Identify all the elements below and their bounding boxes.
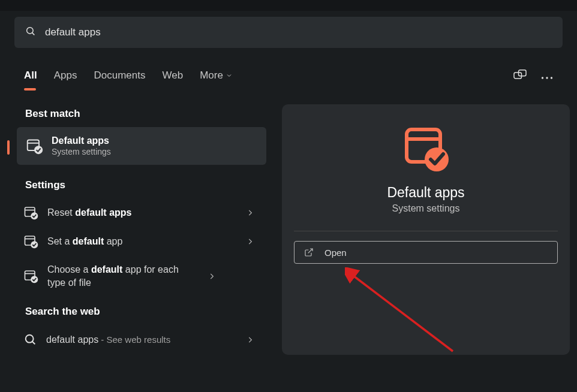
tab-actions xyxy=(513,70,553,84)
more-icon[interactable] xyxy=(541,71,553,82)
chevron-right-icon xyxy=(208,272,216,281)
search-icon xyxy=(24,333,37,346)
default-apps-icon xyxy=(26,138,43,155)
results-column: Best match Default apps System settings … xyxy=(7,104,275,355)
search-web-header: Search the web xyxy=(25,306,275,318)
setting-text: Reset default apps xyxy=(47,206,237,219)
tab-documents[interactable]: Documents xyxy=(94,70,145,84)
detail-divider xyxy=(294,231,558,231)
chevron-right-icon xyxy=(246,336,254,344)
svg-line-24 xyxy=(308,249,312,253)
best-match-item[interactable]: Default apps System settings xyxy=(17,127,266,165)
svg-line-1 xyxy=(32,33,35,35)
svg-line-20 xyxy=(32,342,35,345)
web-result-item[interactable]: default apps - See web results xyxy=(24,325,275,355)
best-match-subtitle: System settings xyxy=(52,147,111,156)
svg-point-5 xyxy=(546,77,548,79)
svg-rect-2 xyxy=(514,73,522,79)
setting-text: Choose a default app for each type of fi… xyxy=(47,263,199,289)
best-match-text: Default apps System settings xyxy=(52,135,111,156)
detail-title: Default apps xyxy=(387,185,464,201)
detail-pane: Default apps System settings Open xyxy=(282,104,570,355)
best-match-title: Default apps xyxy=(52,135,111,146)
web-result-text: default apps - See web results xyxy=(46,333,237,346)
tab-more-label: More xyxy=(200,70,223,82)
setting-text: Set a default app xyxy=(47,235,237,248)
svg-point-4 xyxy=(542,77,543,79)
search-bar[interactable]: default apps xyxy=(14,17,563,48)
open-external-icon xyxy=(304,248,314,257)
window-titlebar xyxy=(0,0,577,11)
svg-rect-3 xyxy=(519,70,527,76)
settings-section: Settings Reset default apps Set a defaul… xyxy=(25,179,275,296)
content-area: Best match Default apps System settings … xyxy=(0,104,577,355)
chevron-down-icon xyxy=(226,72,233,79)
setting-choose-default-filetype[interactable]: Choose a default app for each type of fi… xyxy=(24,256,275,296)
filter-tabs: All Apps Documents Web More xyxy=(24,70,233,84)
filter-tabs-row: All Apps Documents Web More xyxy=(0,62,577,91)
open-button-label: Open xyxy=(324,248,347,258)
search-query: default apps xyxy=(45,26,101,38)
tab-all[interactable]: All xyxy=(24,70,37,84)
svg-point-6 xyxy=(551,77,552,79)
svg-point-0 xyxy=(27,28,34,34)
feedback-icon[interactable] xyxy=(513,70,527,84)
default-apps-icon xyxy=(24,206,38,220)
default-apps-big-icon xyxy=(402,126,450,174)
best-match-header: Best match xyxy=(25,108,275,120)
svg-point-19 xyxy=(26,335,34,343)
search-web-section: Search the web default apps - See web re… xyxy=(25,306,275,355)
tab-apps[interactable]: Apps xyxy=(54,70,77,84)
open-button[interactable]: Open xyxy=(294,241,558,264)
tab-web[interactable]: Web xyxy=(162,70,183,84)
settings-header: Settings xyxy=(25,179,275,191)
tab-more[interactable]: More xyxy=(200,70,233,84)
chevron-right-icon xyxy=(246,209,254,217)
chevron-right-icon xyxy=(246,237,254,246)
default-apps-icon xyxy=(24,234,38,249)
setting-set-default-app[interactable]: Set a default app xyxy=(24,227,275,256)
search-icon xyxy=(25,26,36,39)
detail-subtitle: System settings xyxy=(392,203,460,214)
setting-reset-default-apps[interactable]: Reset default apps xyxy=(24,198,275,227)
default-apps-icon xyxy=(24,269,38,284)
